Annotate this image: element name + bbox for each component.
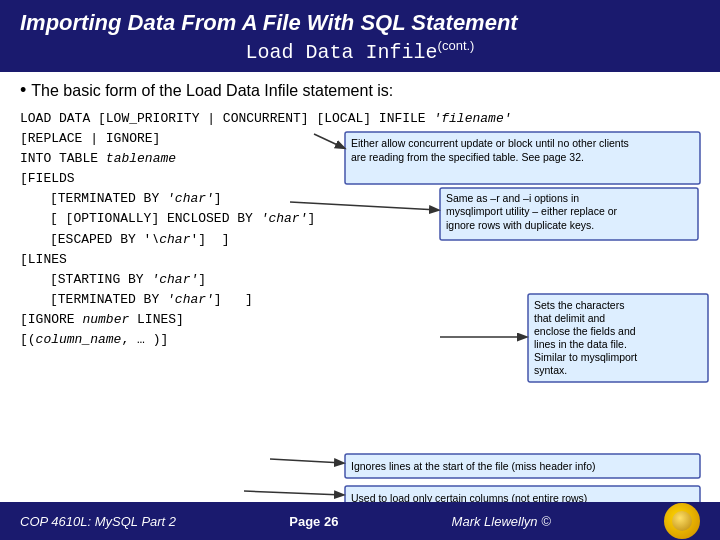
code-line-9: [STARTING BY 'char']: [20, 270, 700, 290]
svg-line-19: [270, 459, 343, 463]
svg-rect-17: [345, 454, 700, 478]
code-line-11: [IGNORE number LINES]: [20, 310, 700, 330]
subtitle-code: Load Data Infile: [246, 41, 438, 64]
footer-course: COP 4610L: MySQL Part 2: [20, 514, 176, 529]
svg-text:Used to load only certain colu: Used to load only certain columns (not e…: [351, 492, 587, 502]
svg-text:Similar to mysqlimport: Similar to mysqlimport: [534, 351, 637, 363]
code-line-10: [TERMINATED BY 'char'] ]: [20, 290, 700, 310]
slide-footer: COP 4610L: MySQL Part 2 Page 26 Mark Lle…: [0, 502, 720, 540]
footer-page: Page 26: [289, 514, 338, 529]
code-block: LOAD DATA [LOW_PRIORITY | CONCURRENT] [L…: [20, 109, 700, 351]
code-line-2: [REPLACE | IGNORE]: [20, 129, 700, 149]
svg-text:Ignores lines at the start of : Ignores lines at the start of the file (…: [351, 460, 596, 472]
svg-rect-20: [345, 486, 700, 502]
code-line-4: [FIELDS: [20, 169, 700, 189]
code-line-12: [(column_name, … )]: [20, 330, 700, 350]
svg-text:syntax.: syntax.: [534, 364, 567, 376]
logo-inner: [672, 511, 692, 531]
slide-header: Importing Data From A File With SQL Stat…: [0, 0, 720, 72]
code-line-5: [TERMINATED BY 'char']: [20, 189, 700, 209]
header-subtitle: Load Data Infile(cont.): [20, 38, 700, 64]
code-line-8: [LINES: [20, 250, 700, 270]
bullet-intro: The basic form of the Load Data Infile s…: [20, 80, 700, 101]
code-line-3: INTO TABLE tablename: [20, 149, 700, 169]
slide-content: The basic form of the Load Data Infile s…: [0, 72, 720, 502]
code-line-6: [ [OPTIONALLY] ENCLOSED BY 'char']: [20, 209, 700, 229]
logo: [664, 503, 700, 539]
code-line-7: [ESCAPED BY '\char'] ]: [20, 230, 700, 250]
slide: Importing Data From A File With SQL Stat…: [0, 0, 720, 540]
header-title: Importing Data From A File With SQL Stat…: [20, 10, 700, 36]
svg-line-22: [244, 491, 343, 495]
code-line-1: LOAD DATA [LOW_PRIORITY | CONCURRENT] [L…: [20, 109, 700, 129]
subtitle-cont: (cont.): [438, 38, 475, 53]
footer-author: Mark Llewellyn ©: [452, 514, 551, 529]
